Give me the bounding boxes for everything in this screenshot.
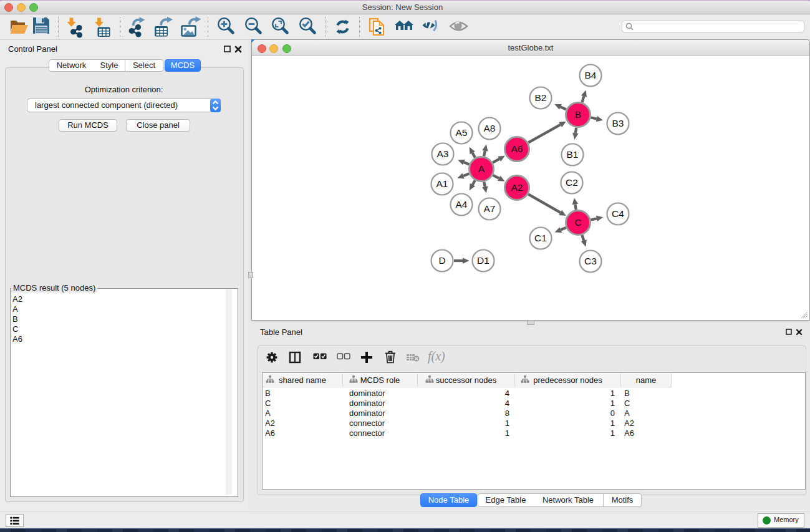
svg-text:B1: B1	[567, 149, 579, 160]
svg-text:A6: A6	[511, 143, 523, 154]
svg-text:B3: B3	[612, 118, 624, 128]
svg-text:C2: C2	[566, 177, 578, 188]
svg-text:C3: C3	[584, 256, 597, 266]
svg-text:A3: A3	[437, 148, 449, 159]
svg-text:C: C	[574, 217, 581, 228]
svg-text:A5: A5	[456, 127, 468, 138]
svg-text:A1: A1	[436, 178, 448, 189]
svg-text:A4: A4	[456, 199, 468, 210]
svg-text:C4: C4	[612, 208, 624, 219]
svg-text:D: D	[438, 255, 445, 266]
svg-text:A2: A2	[511, 182, 523, 193]
svg-text:B4: B4	[585, 70, 597, 80]
svg-text:A8: A8	[484, 123, 496, 133]
svg-text:B2: B2	[535, 92, 547, 103]
svg-text:A: A	[478, 163, 485, 174]
svg-text:A7: A7	[484, 203, 496, 214]
svg-text:D1: D1	[477, 255, 489, 266]
svg-text:B: B	[575, 109, 581, 120]
svg-text:C1: C1	[534, 233, 547, 243]
